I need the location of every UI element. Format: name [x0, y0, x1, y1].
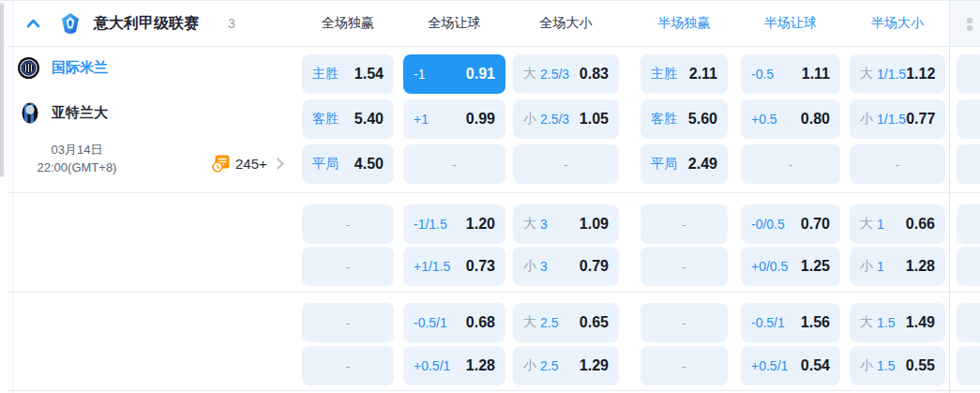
odds-cell[interactable]: 大31.09 [513, 204, 619, 244]
odds-cell-empty: - [741, 144, 840, 184]
column-header-6[interactable]: 半场大小 [850, 1, 945, 46]
over-under-side: 大 [860, 314, 873, 331]
column-header-2[interactable]: 全场让球 [403, 1, 505, 46]
card-left-border [12, 1, 13, 393]
betting-markets-clock-icon [212, 154, 231, 173]
odds-cell[interactable]: 大2.50.65 [513, 303, 619, 342]
bottom-border [8, 390, 980, 391]
odds-cell[interactable]: +10.99 [403, 99, 505, 139]
odds-value: 5.40 [354, 111, 384, 128]
odds-cell[interactable]: 主胜2.11 [641, 54, 728, 94]
odds-value: 0.65 [580, 314, 609, 331]
odds-value: 0.68 [466, 314, 495, 331]
more-markets-button[interactable]: 245+ [212, 154, 282, 173]
column-header-1[interactable]: 全场独赢 [302, 1, 394, 46]
odds-cell[interactable]: 小1.50.55 [850, 346, 945, 385]
odds-cell[interactable]: 小2.51.29 [513, 346, 619, 385]
odds-value: 2.11 [689, 66, 717, 83]
odds-value: 1.49 [906, 314, 935, 331]
odds-cell[interactable]: 大1.51.49 [850, 303, 945, 342]
selection-label: 小2.5 [523, 357, 558, 374]
odds-cell[interactable]: 客胜5.60 [641, 99, 728, 139]
odds-cell[interactable]: -1/1.51.20 [403, 204, 505, 244]
selection-label: 平局 [312, 156, 339, 173]
odds-value: 2.49 [688, 156, 717, 173]
odds-cell[interactable]: 小2.5/31.05 [513, 99, 619, 139]
odds-cell[interactable]: +1/1.50.73 [403, 247, 505, 286]
selection-label: -0.5/1 [751, 315, 785, 330]
odds-cell[interactable]: 平局4.50 [302, 144, 394, 184]
atalanta-logo [22, 102, 38, 124]
odds-value: 0.80 [801, 111, 830, 128]
odds-value: 1.12 [906, 66, 935, 83]
odds-cell[interactable]: 客胜5.40 [302, 99, 394, 139]
odds-cell[interactable]: +0.5/11.28 [403, 346, 505, 385]
selection-label: 大2.5/3 [523, 66, 569, 83]
handicap-line: 3 [540, 259, 548, 274]
odds-cell-clipped [957, 303, 980, 342]
odds-value: 1.54 [354, 66, 384, 83]
odds-cell[interactable]: 小30.79 [513, 247, 619, 286]
match-datetime: 03月14日 22:00(GMT+8) [15, 141, 139, 176]
over-under-side: 小 [860, 258, 873, 275]
odds-cell-empty: - [641, 303, 728, 342]
selection-label: 小3 [523, 258, 548, 275]
odds-cell-empty: - [302, 247, 394, 286]
handicap-line: 2.5 [540, 358, 558, 373]
odds-cell[interactable]: 主胜1.54 [302, 54, 394, 94]
odds-value: 1.09 [580, 216, 609, 233]
odds-cell[interactable]: 大1/1.51.12 [850, 54, 945, 94]
odds-cell-clipped [957, 204, 980, 244]
group-separator [8, 292, 980, 293]
odds-cell[interactable]: -0.5/10.68 [403, 303, 505, 342]
chevron-right-icon [272, 158, 284, 170]
odds-value: 0.91 [466, 66, 495, 83]
selection-label: 客胜 [312, 111, 339, 128]
odds-cell[interactable]: -0.51.11 [741, 54, 840, 94]
odds-cell-empty: - [850, 144, 945, 184]
odds-cell[interactable]: 小11.28 [850, 247, 945, 286]
column-header-5[interactable]: 半场让球 [741, 1, 840, 46]
selection-label: +0.5 [751, 112, 777, 127]
selection-label: 大2.5 [523, 314, 558, 331]
odds-cell[interactable]: 平局2.49 [641, 144, 728, 184]
markets-count: 245+ [235, 156, 267, 172]
handicap-line: 1 [877, 259, 884, 274]
odds-cell[interactable]: +0.50.80 [741, 99, 840, 139]
selection-label: 大1 [860, 216, 884, 233]
odds-cell[interactable]: -0/0.50.70 [741, 204, 840, 244]
vertical-scrollbar-thumb[interactable] [0, 3, 4, 177]
handicap-line: 2.5/3 [540, 112, 569, 127]
odds-value: 0.77 [906, 111, 935, 128]
odds-cell[interactable]: 大2.5/30.83 [513, 54, 619, 94]
match-date: 03月14日 [15, 141, 139, 159]
column-header-3[interactable]: 全场大小 [513, 1, 619, 46]
over-under-side: 小 [523, 357, 536, 374]
collapse-league-button[interactable] [23, 13, 43, 34]
odds-cell-empty: - [403, 144, 505, 184]
odds-cell[interactable]: -10.91 [403, 54, 505, 94]
odds-cell[interactable]: -0.5/11.56 [741, 303, 840, 342]
odds-cell[interactable]: +0/0.51.25 [741, 247, 840, 286]
odds-value: 0.70 [801, 216, 830, 233]
chevron-up-icon [26, 19, 40, 28]
odds-cell-empty: - [641, 247, 728, 286]
odds-cell-clipped [957, 144, 980, 184]
odds-cell[interactable]: 大10.66 [850, 204, 945, 244]
odds-cell-empty: - [641, 346, 728, 385]
selection-label: +1/1.5 [414, 259, 450, 274]
column-header-4[interactable]: 半场独赢 [641, 1, 728, 46]
selection-label: -1 [414, 67, 425, 82]
odds-cell[interactable]: 小1/1.50.77 [850, 99, 945, 139]
handicap-line: 1/1.5 [877, 67, 906, 82]
away-team-name[interactable]: 亚特兰大 [52, 104, 108, 122]
selection-label: 主胜 [312, 66, 339, 83]
odds-value: 4.50 [354, 156, 384, 173]
odds-value: 1.20 [466, 216, 495, 233]
handicap-line: 2.5/3 [540, 67, 569, 82]
odds-cell[interactable]: +0.5/10.54 [741, 346, 840, 385]
home-team-name[interactable]: 国际米兰 [52, 59, 108, 77]
inter-milan-logo [18, 57, 39, 79]
selection-label: 小1/1.5 [860, 111, 906, 128]
league-name[interactable]: 意大利甲级联赛 [94, 14, 199, 34]
